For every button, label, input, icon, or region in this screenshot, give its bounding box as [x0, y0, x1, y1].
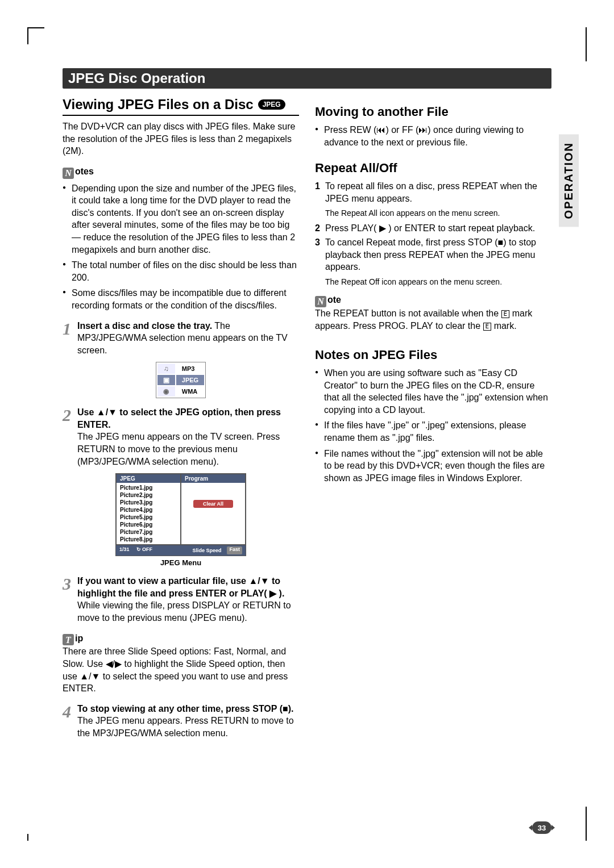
- e-mark-icon: E: [483, 323, 492, 331]
- crop-mark: [27, 27, 44, 44]
- list-item: Picture1.jpg: [119, 484, 178, 491]
- selection-item: JPEG: [176, 375, 204, 385]
- note-part1: The REPEAT button is not available when …: [315, 308, 501, 318]
- jpeg-menu-caption: JPEG Menu: [160, 558, 201, 567]
- notes-label-row: Notes: [63, 165, 299, 179]
- clear-all-button: Clear All: [193, 500, 233, 508]
- file-counter: 1/31: [116, 545, 133, 556]
- subheading-viewing: Viewing JPEG Files on a Disc JPEG: [63, 97, 299, 116]
- list-item: Picture8.jpg: [119, 536, 178, 543]
- jpeg-menu-right-pane: Program Clear All: [181, 474, 246, 545]
- list-item: Picture5.jpg: [119, 514, 178, 521]
- subheading-text: Viewing JPEG Files on a Disc: [63, 97, 254, 112]
- step-number: 4: [63, 700, 71, 724]
- list-item: Picture4.jpg: [119, 506, 178, 514]
- crop-mark: [586, 27, 587, 61]
- music-icon: ♫: [157, 364, 175, 374]
- jpeg-menu: JPEG Picture1.jpg Picture2.jpg Picture3.…: [115, 473, 246, 556]
- item-number: 2: [315, 222, 320, 235]
- step-body-text2: While viewing the file, press DISPLAY or…: [77, 600, 291, 623]
- tip-text: There are three Slide Speed options: Fas…: [63, 645, 299, 694]
- step-2: 2 Use ▲/▼ to select the JPEG option, the…: [63, 406, 299, 468]
- heading-notes-jpeg: Notes on JPEG Files: [315, 348, 551, 362]
- list-item: File names without the ".jpg" extension …: [315, 448, 551, 485]
- step-body-text: The JPEG menu appears. Press RETURN to m…: [77, 716, 294, 738]
- step-lead: To stop viewing at any other time, press…: [77, 704, 293, 713]
- list-item: Picture2.jpg: [119, 491, 178, 499]
- repeat-steps-cont: 2Press PLAY( ▶ ) or ENTER to start repea…: [315, 222, 551, 273]
- step-3: 3 If you want to view a particular file,…: [63, 575, 299, 624]
- heading-moving-file: Moving to another File: [315, 105, 551, 119]
- list-item: When you are using software such as "Eas…: [315, 367, 551, 416]
- note-label-row: Note: [315, 294, 551, 307]
- step-lead: Insert a disc and close the tray.: [77, 321, 212, 331]
- page-number-badge: 33: [532, 821, 551, 834]
- repeat-note: The REPEAT button is not available when …: [315, 307, 551, 332]
- tip-icon: T: [63, 634, 74, 645]
- step-lead: If you want to view a particular file, u…: [77, 576, 284, 598]
- section-title: JPEG Disc Operation: [63, 68, 551, 89]
- step-number: 2: [63, 404, 71, 427]
- e-mark-icon: E: [501, 310, 510, 318]
- intro-paragraph: The DVD+VCR can play discs with JPEG fil…: [63, 120, 299, 157]
- crop-mark: [586, 807, 587, 841]
- list-item: If the files have ".jpe" or ".jpeg" exte…: [315, 419, 551, 444]
- moving-list: Press REW (⏮) or FF (⏭) once during view…: [315, 124, 551, 148]
- repeat-sub-1: The Repeat All icon appears on the menu …: [325, 208, 551, 218]
- notes-label: otes: [75, 166, 94, 176]
- tip-label: ip: [75, 633, 83, 643]
- selection-menu-figure: ♫MP3 ▣JPEG ◉WMA: [63, 362, 299, 398]
- step-number: 3: [63, 573, 71, 596]
- note-label: ote: [327, 295, 341, 304]
- item-number: 3: [315, 236, 320, 249]
- item-text: Press PLAY( ▶ ) or ENTER to start repeat…: [325, 223, 535, 233]
- jpeg-menu-right-title: Program: [181, 474, 245, 483]
- list-item: Picture6.jpg: [119, 521, 178, 528]
- jpeg-menu-figure: JPEG Picture1.jpg Picture2.jpg Picture3.…: [63, 473, 299, 567]
- note-part3: mark.: [494, 321, 517, 331]
- heading-repeat: Repeat All/Off: [315, 161, 551, 176]
- step-number: 1: [63, 318, 71, 341]
- slide-speed-value: Fast: [227, 546, 242, 554]
- jpeg-menu-status-bar: 1/31 ↻ OFF Slide Speed Fast: [116, 545, 246, 556]
- selection-item: WMA: [176, 386, 204, 397]
- list-item: Picture7.jpg: [119, 528, 178, 536]
- item-number: 1: [315, 180, 320, 193]
- left-column: Viewing JPEG Files on a Disc JPEG The DV…: [63, 97, 299, 740]
- notes-list: Depending upon the size and number of th…: [63, 182, 299, 312]
- list-item: The total number of files on the disc sh…: [63, 259, 299, 283]
- notes-jpeg-list: When you are using software such as "Eas…: [315, 367, 551, 484]
- item-text: To repeat all files on a disc, press REP…: [325, 181, 537, 203]
- step-4: 4 To stop viewing at any other time, pre…: [63, 703, 299, 740]
- note-icon: N: [315, 296, 326, 307]
- selection-menu-row-selected: ▣JPEG: [157, 375, 204, 385]
- list-item: Depending upon the size and number of th…: [63, 182, 299, 256]
- selection-item: MP3: [176, 364, 204, 374]
- section-tab: OPERATION: [559, 134, 579, 227]
- manual-page: OPERATION JPEG Disc Operation Viewing JP…: [0, 0, 614, 868]
- repeat-state: ↻ OFF: [133, 545, 156, 556]
- content-columns: Viewing JPEG Files on a Disc JPEG The DV…: [63, 97, 551, 740]
- repeat-steps: 1To repeat all files on a disc, press RE…: [315, 180, 551, 205]
- jpeg-badge: JPEG: [258, 99, 285, 110]
- item-text: To cancel Repeat mode, first press STOP …: [325, 237, 536, 272]
- note-icon: N: [63, 168, 74, 179]
- selection-menu: ♫MP3 ▣JPEG ◉WMA: [156, 362, 206, 398]
- page-number: 33: [532, 821, 551, 834]
- crop-mark: [27, 834, 28, 841]
- repeat-sub-3: The Repeat Off icon appears on the menu …: [325, 277, 551, 287]
- list-item: Press REW (⏮) or FF (⏭) once during view…: [315, 124, 551, 148]
- right-column: Moving to another File Press REW (⏮) or …: [315, 97, 551, 740]
- step-lead: Use ▲/▼ to select the JPEG option, then …: [77, 407, 281, 429]
- list-item: Some discs/files may be incompatible due…: [63, 287, 299, 311]
- jpeg-menu-left-title: JPEG: [117, 474, 180, 483]
- audio-icon: ◉: [157, 386, 175, 397]
- step-body-text: The JPEG menu appears on the TV screen. …: [77, 432, 280, 466]
- selection-menu-row: ◉WMA: [157, 386, 204, 397]
- image-icon: ▣: [157, 375, 175, 385]
- list-item: 2Press PLAY( ▶ ) or ENTER to start repea…: [315, 222, 551, 235]
- step-1: 1 Insert a disc and close the tray. The …: [63, 320, 299, 357]
- list-item: Picture3.jpg: [119, 499, 178, 506]
- jpeg-menu-left-pane: JPEG Picture1.jpg Picture2.jpg Picture3.…: [116, 474, 181, 545]
- list-item: 1To repeat all files on a disc, press RE…: [315, 180, 551, 205]
